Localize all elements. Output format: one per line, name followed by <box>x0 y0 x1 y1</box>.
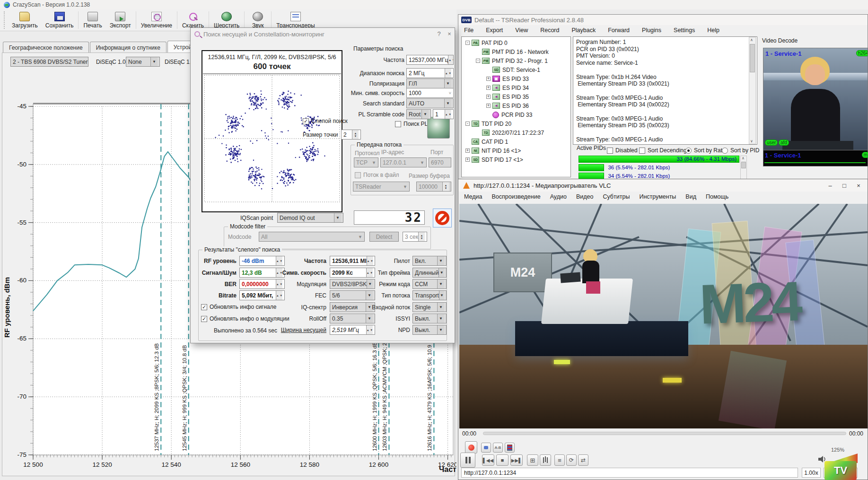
tsreader-titlebar[interactable]: DVB Default -- TSReader Professional 2.8… <box>458 15 868 25</box>
globe-button[interactable] <box>427 117 450 139</box>
pid-option-3[interactable]: Sort by PID <box>722 147 759 154</box>
dialog-titlebar[interactable]: Поиск несущей и Constellation-мониторинг… <box>191 28 455 40</box>
dialog-help-button[interactable]: ? <box>434 30 444 38</box>
minimize-button[interactable]: – <box>823 181 837 190</box>
tree-item[interactable]: -PMPMT PID 32 - Progr. 1 <box>463 56 570 65</box>
vlc-video-frame[interactable]: M24 M24 <box>459 204 868 428</box>
loop-button[interactable]: ⟳ <box>566 454 577 466</box>
tree-item[interactable]: TD2022/07/21 17:22:37 <box>463 128 570 137</box>
right-value-2[interactable]: CCM▼ <box>412 279 447 289</box>
tree-item[interactable]: -TDTDT PID 20 <box>463 119 570 128</box>
vlc-menu-субтитры[interactable]: Субтитры <box>603 193 630 200</box>
spinner-arrows-icon[interactable]: ▲ ▼ <box>445 69 451 78</box>
fullscreen-button[interactable]: ⊞ <box>527 454 538 466</box>
pid-option-1[interactable]: Sort Decending <box>639 147 687 154</box>
expand-icon[interactable]: - <box>465 41 470 45</box>
stop-button-vlc[interactable]: ■ <box>496 454 509 466</box>
seek-slider[interactable] <box>483 432 846 435</box>
frame-button[interactable] <box>505 443 515 453</box>
toolbar-print-button[interactable]: Печать <box>79 9 105 31</box>
stop-button[interactable] <box>433 209 452 227</box>
menu-forward[interactable]: Forward <box>608 27 630 34</box>
vlc-menu-аудио[interactable]: Аудио <box>550 193 567 200</box>
dialog-close-button[interactable]: × <box>444 30 455 38</box>
previous-button[interactable]: ▌◀◀ <box>482 454 494 466</box>
blind-search-checkbox[interactable]: ✓Слепой поиск <box>303 118 348 124</box>
menu-help[interactable]: Help <box>707 27 719 34</box>
effects-button[interactable] <box>540 454 551 466</box>
menu-record[interactable]: Record <box>540 27 559 34</box>
expand-icon[interactable]: + <box>486 95 491 99</box>
playlist-button[interactable]: ≡ <box>554 454 565 466</box>
tree-item[interactable]: CACAT PID 1 <box>463 137 570 146</box>
tree-item[interactable]: -PAPAT PID 0 <box>463 38 570 47</box>
maximize-button[interactable]: □ <box>837 181 851 190</box>
tree-item[interactable]: +▣ES PID 33 <box>463 74 570 83</box>
right-value-5[interactable]: Выкл.▼ <box>412 314 447 323</box>
vlc-titlebar[interactable]: http://127.0.0.1:1234 - Медиапроигрывате… <box>458 179 868 192</box>
toolbar-zoomdoc-button[interactable]: Увеличение <box>137 9 176 31</box>
detect-interval-spinner[interactable]: 3 сек▲▼ <box>403 232 427 242</box>
bars-scrollbar[interactable]: ∧ <box>740 156 747 179</box>
pl-scramble-spinner[interactable]: 1▲ ▼ <box>433 109 454 119</box>
close-button[interactable]: × <box>851 181 866 190</box>
vlc-menu-помощь[interactable]: Помощь <box>706 193 728 200</box>
menu-view[interactable]: View <box>515 27 528 34</box>
param-control-2[interactable]: Г/Л▼ <box>406 79 454 88</box>
vlc-menu-инструменты[interactable]: Инструменты <box>639 193 676 200</box>
param-control-0[interactable]: 12537,000 МГц▲ ▼ <box>406 55 454 65</box>
menu-playback[interactable]: Playback <box>571 27 596 34</box>
shuffle-button[interactable]: ⇄ <box>578 454 588 466</box>
expand-icon[interactable]: + <box>486 104 491 108</box>
vlc-menu-видео[interactable]: Видео <box>576 193 594 200</box>
tab-2[interactable]: Информация о спутнике <box>90 42 167 53</box>
right-value-0[interactable]: Вкл.▼ <box>412 256 447 266</box>
expand-icon[interactable]: + <box>465 157 470 162</box>
update-info-checkbox-0[interactable]: ✓Обновлять инфо сигнале <box>201 304 276 310</box>
tree-item[interactable]: +ES PID 34 <box>463 83 570 92</box>
dot-size-spinner[interactable]: 2▲▼ <box>341 130 361 140</box>
tab-1[interactable]: Географическое положение <box>3 42 89 53</box>
next-button[interactable]: ▶▶▌ <box>510 454 523 466</box>
expand-icon[interactable]: + <box>465 148 470 153</box>
param-control-3[interactable]: 1000˅ <box>406 88 454 98</box>
param-control-1[interactable]: 2 МГц▲ ▼ <box>406 68 454 78</box>
menu-file[interactable]: File <box>464 27 473 34</box>
tree-item[interactable]: +NINIT PID 16 <1> <box>463 146 570 155</box>
tree-item[interactable]: PMPMT PID 16 - Network <box>463 47 570 56</box>
tree-item[interactable]: +SDSDT PID 17 <1> <box>463 155 570 164</box>
vlc-menu-воспроизведение[interactable]: Воспроизведение <box>491 193 540 200</box>
loop-ab-button[interactable]: A‑B <box>493 443 503 453</box>
expand-icon[interactable]: + <box>486 86 491 90</box>
pause-button[interactable] <box>460 453 475 468</box>
right-value-4[interactable]: Single▼ <box>412 302 447 312</box>
menu-export[interactable]: Export <box>486 27 503 34</box>
tree-item[interactable]: SDSDT: Service-1 <box>463 65 570 74</box>
menu-plugins[interactable]: Plugins <box>642 27 661 34</box>
vlc-menu-вид[interactable]: Вид <box>685 193 696 200</box>
snapshot-button[interactable] <box>481 443 491 453</box>
record-button[interactable] <box>465 441 477 454</box>
expand-icon[interactable]: - <box>476 59 480 63</box>
vlc-menu-медиа[interactable]: Медиа <box>464 193 482 200</box>
pid-option-0[interactable]: Disabled <box>607 147 638 154</box>
tree-item[interactable]: +ES PID 35 <box>463 92 570 101</box>
tree-item[interactable]: PCR PID 33 <box>463 110 570 119</box>
toolbar-grip[interactable] <box>4 11 6 29</box>
info-scrollbar[interactable]: ∧∨ <box>749 37 756 144</box>
expand-icon[interactable]: + <box>486 77 491 81</box>
iqscan-select[interactable]: Demod IQ out▼ <box>277 213 343 223</box>
tree-item[interactable]: +ES PID 36 <box>463 101 570 110</box>
spinner-arrows-icon[interactable]: ▲▼ <box>352 130 359 139</box>
playback-rate[interactable]: 1.00x <box>802 468 821 478</box>
right-value-1[interactable]: Длинный▼ <box>412 268 447 278</box>
right-value-3[interactable]: Transport▼ <box>412 290 447 300</box>
toolbar-save-button[interactable]: Сохранить <box>42 9 78 31</box>
expand-icon[interactable]: - <box>465 122 470 126</box>
menu-settings[interactable]: Settings <box>674 27 695 34</box>
spinner-arrows-icon[interactable]: ▲ ▼ <box>445 110 451 119</box>
right-value-6[interactable]: Выкл.▼ <box>412 325 447 335</box>
toolbar-export-button[interactable]: Экспорт <box>106 9 135 31</box>
param-control-4[interactable]: AUTO▼ <box>406 98 454 108</box>
toolbar-open-button[interactable]: Загрузить <box>8 9 42 31</box>
